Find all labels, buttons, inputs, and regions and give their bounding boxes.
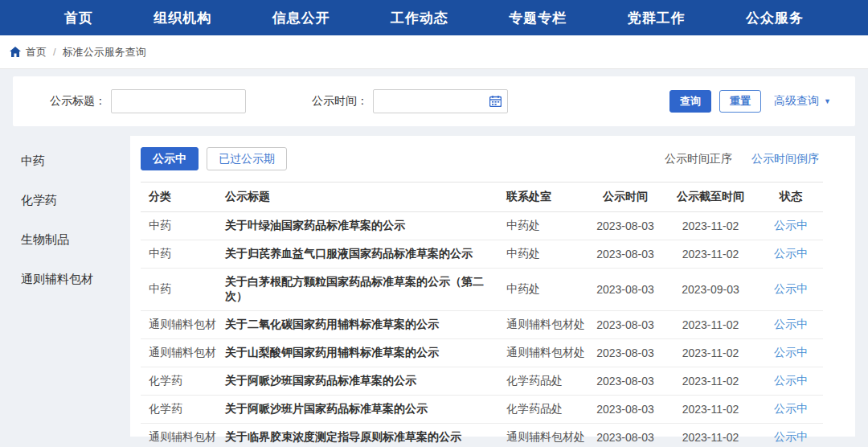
row-category: 化学药 [141,367,225,396]
row-category: 中药 [141,212,225,240]
row-office: 化学药品处 [506,396,588,424]
column-header-2: 联系处室 [506,182,588,212]
row-office: 中药处 [506,212,588,240]
row-office: 中药处 [506,240,588,269]
category-sidebar: 中药化学药生物制品通则辅料包材 [0,136,130,437]
row-status-link[interactable]: 公示中 [774,318,808,330]
sort-links: 公示时间正序 公示时间倒序 [665,152,819,166]
row-publicity-date: 2023-08-03 [588,396,662,424]
sidebar-item-3[interactable]: 通则辅料包材 [21,272,130,287]
main-panel: 公示中 已过公示期 公示时间正序 公示时间倒序 分类公示标题联系处室公示时间公示… [130,136,855,437]
row-office: 通则辅料包材处 [506,311,588,339]
nav-item-5[interactable]: 党群工作 [628,9,686,27]
advanced-query-label: 高级查询 [774,94,819,109]
breadcrumb-separator: / [53,46,56,58]
row-deadline-date: 2023-11-02 [662,240,759,269]
table-row: 中药 关于白茅根配方颗粒国家药品标准草案的公示（第二次） 中药处 2023-08… [141,269,823,311]
row-title-link[interactable]: 关于二氧化碳国家药用辅料标准草案的公示 [225,311,506,339]
nav-item-3[interactable]: 工作动态 [391,9,448,27]
row-publicity-date: 2023-08-03 [588,240,662,269]
home-icon [10,47,21,57]
table-header: 分类公示标题联系处室公示时间公示截至时间状态 [141,182,823,212]
title-field-label: 公示标题： [50,94,106,109]
table-row: 通则辅料包材 关于临界胶束浓度测定指导原则标准草案的公示 通则辅料包材处 202… [141,424,823,447]
row-title-link[interactable]: 关于白茅根配方颗粒国家药品标准草案的公示（第二次） [225,269,506,311]
row-title-link[interactable]: 关于山梨酸钾国家药用辅料标准草案的公示 [225,339,506,367]
calendar-icon[interactable] [489,96,502,107]
row-status-link[interactable]: 公示中 [774,282,808,295]
time-field: 公示时间： [312,89,508,113]
search-actions: 查询 重置 高级查询 ▼ [669,90,831,113]
sidebar-item-2[interactable]: 生物制品 [21,232,130,248]
row-category: 通则辅料包材 [141,339,225,367]
table-row: 中药 关于归芪养血益气口服液国家药品标准草案的公示 中药处 2023-08-03… [141,240,823,269]
row-publicity-date: 2023-08-03 [588,269,662,311]
query-button[interactable]: 查询 [669,90,711,113]
row-deadline-date: 2023-11-02 [662,396,759,424]
tab-in-publicity[interactable]: 公示中 [141,147,199,170]
row-office: 化学药品处 [506,367,588,396]
sidebar-item-1[interactable]: 化学药 [21,193,130,208]
breadcrumb: 首页 / 标准公示服务查询 [0,35,868,69]
row-deadline-date: 2023-09-03 [662,269,759,311]
row-publicity-date: 2023-08-03 [588,367,662,396]
row-title-link[interactable]: 关于临界胶束浓度测定指导原则标准草案的公示 [225,424,506,447]
row-status-link[interactable]: 公示中 [774,402,808,415]
row-category: 通则辅料包材 [141,424,225,447]
nav-item-4[interactable]: 专题专栏 [509,9,567,27]
sort-descending-link[interactable]: 公示时间倒序 [751,152,819,166]
row-status-link[interactable]: 公示中 [774,346,808,359]
column-header-0: 分类 [141,182,225,212]
row-publicity-date: 2023-08-03 [588,339,662,367]
column-header-5: 状态 [759,182,823,212]
column-header-4: 公示截至时间 [662,182,759,212]
row-title-link[interactable]: 关于叶绿油国家药品标准草案的公示 [225,212,506,240]
table-row: 中药 关于叶绿油国家药品标准草案的公示 中药处 2023-08-03 2023-… [141,212,823,240]
row-category: 通则辅料包材 [141,311,225,339]
row-publicity-date: 2023-08-03 [588,424,662,447]
row-office: 通则辅料包材处 [506,339,588,367]
nav-item-1[interactable]: 组织机构 [154,9,211,27]
table-header-row: 分类公示标题联系处室公示时间公示截至时间状态 [141,182,823,212]
row-deadline-date: 2023-11-02 [662,339,759,367]
advanced-query-link[interactable]: 高级查询 ▼ [774,94,831,109]
row-publicity-date: 2023-08-03 [588,212,662,240]
table-row: 通则辅料包材 关于山梨酸钾国家药用辅料标准草案的公示 通则辅料包材处 2023-… [141,339,823,367]
table-body: 中药 关于叶绿油国家药品标准草案的公示 中药处 2023-08-03 2023-… [141,212,823,447]
time-search-input[interactable] [373,89,508,113]
row-title-link[interactable]: 关于归芪养血益气口服液国家药品标准草案的公示 [225,240,506,269]
row-publicity-date: 2023-08-03 [588,311,662,339]
column-header-3: 公示时间 [588,182,662,212]
table-row: 化学药 关于阿哌沙班国家药品标准草案的公示 化学药品处 2023-08-03 2… [141,367,823,396]
nav-item-6[interactable]: 公众服务 [746,9,804,27]
row-category: 中药 [141,269,225,311]
row-title-link[interactable]: 关于阿哌沙班片国家药品标准草案的公示 [225,396,506,424]
row-office: 通则辅料包材处 [506,424,588,447]
row-status-link[interactable]: 公示中 [774,374,808,387]
sort-ascending-link[interactable]: 公示时间正序 [665,152,732,166]
tab-expired-publicity[interactable]: 已过公示期 [207,147,287,170]
row-deadline-date: 2023-11-02 [662,367,759,396]
sidebar-item-0[interactable]: 中药 [21,154,130,169]
row-office: 中药处 [506,269,588,311]
title-search-input[interactable] [111,89,246,113]
content-area: 中药化学药生物制品通则辅料包材 公示中 已过公示期 公示时间正序 公示时间倒序 … [0,136,868,437]
row-category: 化学药 [141,396,225,424]
time-field-label: 公示时间： [312,94,368,109]
breadcrumb-home-link[interactable]: 首页 [26,45,47,59]
caret-down-icon: ▼ [824,97,831,105]
table-row: 化学药 关于阿哌沙班片国家药品标准草案的公示 化学药品处 2023-08-03 … [141,396,823,424]
nav-item-0[interactable]: 首页 [64,9,93,27]
top-navigation: 首页组织机构信息公开工作动态专题专栏党群工作公众服务 [0,0,868,35]
row-title-link[interactable]: 关于阿哌沙班国家药品标准草案的公示 [225,367,506,396]
list-toolbar: 公示中 已过公示期 公示时间正序 公示时间倒序 [141,147,855,170]
row-status-link[interactable]: 公示中 [774,247,808,260]
row-status-link[interactable]: 公示中 [774,430,808,443]
reset-button[interactable]: 重置 [719,90,761,113]
row-status-link[interactable]: 公示中 [774,219,808,232]
nav-item-2[interactable]: 信息公开 [272,9,330,27]
breadcrumb-current: 标准公示服务查询 [63,45,146,59]
publicity-table: 分类公示标题联系处室公示时间公示截至时间状态 中药 关于叶绿油国家药品标准草案的… [141,182,823,447]
row-category: 中药 [141,240,225,269]
column-header-1: 公示标题 [225,182,506,212]
